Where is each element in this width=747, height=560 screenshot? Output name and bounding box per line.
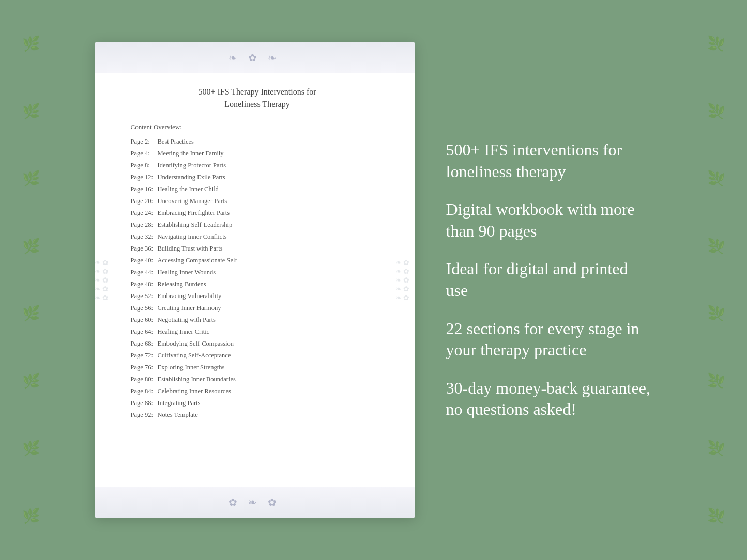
leaf-icon: 🌿 [707, 306, 725, 321]
section-title: Exploring Inner Strengths [158, 364, 225, 371]
table-of-contents-item: Page 20:Uncovering Manager Parts [131, 196, 384, 206]
table-of-contents-item: Page 28:Establishing Self-Leadership [131, 220, 384, 230]
leaf-icon: 🌿 [707, 37, 725, 51]
section-title: Establishing Inner Boundaries [158, 376, 236, 383]
table-of-contents-item: Page 68:Embodying Self-Compassion [131, 338, 384, 349]
table-of-contents-item: Page 4:Meeting the Inner Family [131, 148, 384, 159]
section-title: Understanding Exile Parts [158, 174, 225, 181]
table-of-contents-item: Page 32:Navigating Inner Conflicts [131, 231, 384, 242]
section-title: Embodying Self-Compassion [158, 340, 234, 347]
section-title: Uncovering Manager Parts [158, 197, 227, 205]
section-title: Establishing Self-Leadership [158, 221, 233, 228]
page-number: Page 36: [131, 243, 158, 254]
document-body: 500+ IFS Therapy Interventions for Lonel… [95, 73, 415, 487]
page-number: Page 48: [131, 279, 158, 289]
left-leaf-decoration: 🌿 🌿 🌿 🌿 🌿 🌿 🌿 🌿 [0, 0, 62, 560]
table-of-contents-item: Page 16:Healing the Inner Child [131, 184, 384, 194]
section-title: Celebrating Inner Resources [158, 387, 231, 395]
page-number: Page 4: [131, 148, 158, 159]
section-title: Releasing Burdens [158, 281, 206, 288]
page-number: Page 72: [131, 350, 158, 361]
doc-footer-decoration [95, 487, 415, 518]
leaf-icon: 🌿 [707, 172, 725, 186]
table-of-contents-item: Page 56:Creating Inner Harmony [131, 303, 384, 313]
leaf-icon: 🌿 [22, 306, 40, 321]
document-panel: ❧ ✿ ❧ ✿ ❧ ✿ ❧ ✿ ❧ ✿ ❧ ✿ ❧ ✿ ❧ ✿ ❧ ✿ ❧ ✿ … [95, 42, 415, 518]
table-of-contents-item: Page 60:Negotiating with Parts [131, 315, 384, 325]
right-leaf-decoration: 🌿 🌿 🌿 🌿 🌿 🌿 🌿 🌿 [685, 0, 747, 560]
section-title: Negotiating with Parts [158, 316, 216, 323]
section-title: Healing Inner Critic [158, 328, 210, 335]
leaf-icon: 🌿 [707, 509, 725, 523]
leaf-icon: 🌿 [707, 239, 725, 254]
page-number: Page 40: [131, 255, 158, 266]
table-of-contents-item: Page 36:Building Trust with Parts [131, 243, 384, 254]
doc-title-line1: 500+ IFS Therapy Interventions for [198, 87, 316, 96]
doc-header-decoration [95, 42, 415, 73]
leaf-icon: 🌿 [22, 37, 40, 51]
table-of-contents-item: Page 8:Identifying Protector Parts [131, 160, 384, 170]
page-number: Page 80: [131, 374, 158, 384]
section-title: Accessing Compassionate Self [158, 257, 237, 264]
table-of-contents-item: Page 48:Releasing Burdens [131, 279, 384, 289]
section-title: Healing the Inner Child [158, 185, 219, 193]
page-number: Page 92: [131, 410, 158, 420]
table-of-contents-item: Page 12:Understanding Exile Parts [131, 172, 384, 182]
leaf-icon: 🌿 [22, 374, 40, 388]
leaf-icon: 🌿 [22, 239, 40, 254]
info-item: 22 sections for every stage in your ther… [446, 318, 653, 361]
section-title: Integrating Parts [158, 399, 201, 407]
page-number: Page 60: [131, 315, 158, 325]
info-panel: 500+ IFS interventions for loneliness th… [446, 139, 653, 421]
doc-left-border-decoration: ❧ ✿ ❧ ✿ ❧ ✿ ❧ ✿ ❧ ✿ [95, 73, 114, 487]
section-title: Cultivating Self-Acceptance [158, 352, 231, 359]
table-of-contents-item: Page 52:Embracing Vulnerability [131, 291, 384, 301]
page-number: Page 32: [131, 231, 158, 242]
info-item: Digital workbook with more than 90 pages [446, 199, 653, 242]
table-of-contents-item: Page 44:Healing Inner Wounds [131, 267, 384, 277]
page-number: Page 68: [131, 338, 158, 349]
table-of-contents: Page 2:Best PracticesPage 4:Meeting the … [131, 136, 384, 420]
page-number: Page 52: [131, 291, 158, 301]
info-item: 500+ IFS interventions for loneliness th… [446, 139, 653, 182]
page-number: Page 16: [131, 184, 158, 194]
section-title: Navigating Inner Conflicts [158, 233, 227, 240]
table-of-contents-item: Page 88:Integrating Parts [131, 398, 384, 408]
info-item: Ideal for digital and printed use [446, 258, 653, 301]
table-of-contents-item: Page 80:Establishing Inner Boundaries [131, 374, 384, 384]
page-number: Page 76: [131, 362, 158, 372]
table-of-contents-item: Page 2:Best Practices [131, 136, 384, 147]
page-number: Page 84: [131, 386, 158, 396]
leaf-icon: 🌿 [707, 441, 725, 456]
leaf-icon: 🌿 [22, 509, 40, 523]
table-of-contents-item: Page 24:Embracing Firefighter Parts [131, 208, 384, 218]
page-number: Page 2: [131, 136, 158, 147]
doc-right-border-decoration: ❧ ✿ ❧ ✿ ❧ ✿ ❧ ✿ ❧ ✿ [395, 73, 415, 487]
page-number: Page 56: [131, 303, 158, 313]
leaf-icon: 🌿 [22, 104, 40, 119]
table-of-contents-item: Page 76:Exploring Inner Strengths [131, 362, 384, 372]
section-title: Best Practices [158, 138, 194, 145]
content-overview-label: Content Overview: [131, 123, 384, 131]
table-of-contents-item: Page 64:Healing Inner Critic [131, 326, 384, 337]
section-title: Meeting the Inner Family [158, 150, 224, 157]
leaf-icon: 🌿 [22, 441, 40, 456]
section-title: Creating Inner Harmony [158, 304, 221, 312]
page-number: Page 20: [131, 196, 158, 206]
section-title: Embracing Firefighter Parts [158, 209, 230, 216]
doc-title-line2: Loneliness Therapy [224, 100, 289, 108]
leaf-icon: 🌿 [707, 104, 725, 119]
table-of-contents-item: Page 72:Cultivating Self-Acceptance [131, 350, 384, 361]
page-number: Page 12: [131, 172, 158, 182]
section-title: Identifying Protector Parts [158, 162, 226, 169]
info-item: 30-day money-back guarantee, no question… [446, 378, 653, 421]
table-of-contents-item: Page 92:Notes Template [131, 410, 384, 420]
page-number: Page 24: [131, 208, 158, 218]
page-number: Page 88: [131, 398, 158, 408]
section-title: Embracing Vulnerability [158, 292, 222, 300]
table-of-contents-item: Page 84:Celebrating Inner Resources [131, 386, 384, 396]
document-title: 500+ IFS Therapy Interventions for Lonel… [131, 86, 384, 111]
content-wrapper: ❧ ✿ ❧ ✿ ❧ ✿ ❧ ✿ ❧ ✿ ❧ ✿ ❧ ✿ ❧ ✿ ❧ ✿ ❧ ✿ … [64, 32, 684, 528]
leaf-icon: 🌿 [707, 374, 725, 388]
page-number: Page 44: [131, 267, 158, 277]
